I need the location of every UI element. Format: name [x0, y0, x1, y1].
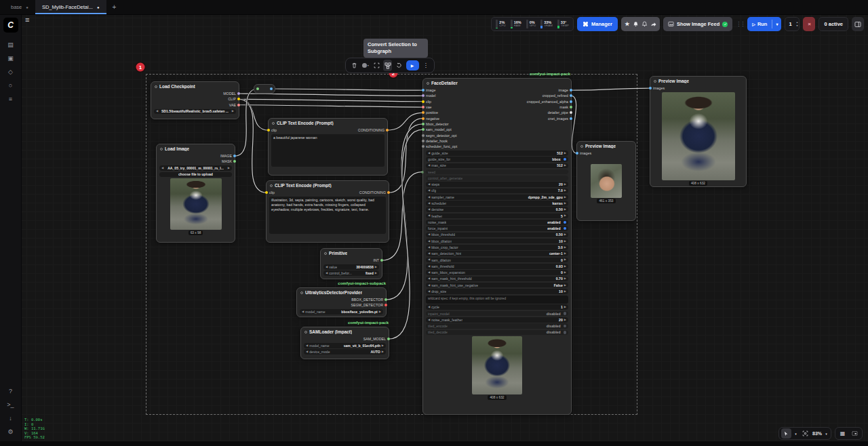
input-slot[interactable]: positive — [426, 110, 438, 115]
node-preview_top[interactable]: Preview Imageimages408 x 632 — [650, 76, 747, 187]
widget-combo[interactable]: ◀SD1.5\beautifulRealistic_brav5.safeten … — [154, 109, 236, 115]
prompt-textarea[interactable]: a beautiful japanese woman — [271, 134, 384, 167]
widget-seed[interactable]: seed — [426, 169, 568, 175]
output-slot[interactable]: CLIP — [228, 97, 236, 101]
widget-bbox_crop_factor[interactable]: ◀bbox_crop_factor3.0▶ — [426, 245, 568, 250]
widget-device_mode[interactable]: ◀device_modeAUTO▶ — [304, 349, 386, 354]
node-header[interactable]: Preview Image — [577, 142, 635, 150]
input-dot-images[interactable] — [649, 87, 652, 89]
node-header[interactable]: FaceDetailer — [423, 79, 571, 87]
value-left-arrow-icon[interactable]: ◀ — [428, 214, 430, 217]
widget-inpaint_model[interactable]: inpaint_modeldisabled — [426, 311, 568, 317]
value-right-arrow-icon[interactable]: ▶ — [564, 233, 566, 236]
widget-sam_threshold[interactable]: ◀sam_threshold0.93▶ — [426, 264, 568, 269]
value-right-arrow-icon[interactable]: ▶ — [564, 164, 566, 167]
stepper-arrows-icon[interactable]: ▴▾ — [797, 21, 798, 26]
output-slot[interactable]: MASK — [222, 159, 232, 163]
input-slot[interactable]: images — [580, 151, 591, 155]
output-slot[interactable]: cropped_enhanced_alpha — [527, 100, 568, 104]
node-header[interactable]: SAMLoader (Impact) — [301, 327, 389, 336]
input-slot[interactable]: image — [426, 88, 435, 92]
value-left-arrow-icon[interactable]: ◀ — [428, 265, 430, 268]
output-dot-cnet_images[interactable] — [570, 117, 572, 120]
output-slot[interactable]: VAE — [229, 103, 236, 107]
input-slot[interactable]: clip — [426, 100, 431, 104]
collapse-icon[interactable] — [654, 80, 656, 83]
value-right-arrow-icon[interactable]: ▶ — [564, 214, 566, 217]
value-left-arrow-icon[interactable]: ◀ — [428, 284, 430, 287]
node-header[interactable]: UltralyticsDetectorProvider — [297, 288, 386, 297]
widget-cfg[interactable]: ◀cfg7.0▶ — [426, 188, 568, 194]
input-dot-bbox_detector[interactable] — [422, 123, 425, 125]
frame-icon[interactable] — [372, 60, 381, 71]
pointer-tool-icon[interactable] — [781, 428, 791, 439]
input-dot-segm_detector_opt[interactable] — [422, 134, 425, 137]
output-slot[interactable]: BBOX_DETECTOR — [351, 298, 383, 302]
collapse-icon[interactable] — [580, 145, 583, 148]
combo-left-arrow-icon[interactable]: ◀ — [156, 110, 158, 113]
widget-sam_mask_hint_threshold[interactable]: ◀sam_mask_hint_threshold0.70▶ — [426, 277, 568, 282]
value-right-arrow-icon[interactable]: ▶ — [564, 306, 566, 308]
value-left-arrow-icon[interactable]: ◀ — [326, 272, 328, 275]
fit-view-icon[interactable] — [800, 428, 810, 439]
sidebar-nodes-icon[interactable]: ○ — [4, 80, 18, 91]
input-slot[interactable]: negative — [426, 117, 439, 121]
value-left-arrow-icon[interactable]: ◀ — [428, 246, 430, 249]
toggle-icon[interactable] — [564, 325, 567, 328]
execute-icon[interactable]: ▶ — [406, 60, 419, 70]
manager-button[interactable]: Manager — [577, 17, 618, 31]
output-slot[interactable]: cropped_refined — [542, 94, 568, 98]
combo-left-arrow-icon[interactable]: ◀ — [161, 167, 163, 169]
collapse-icon[interactable] — [427, 82, 429, 85]
bell-icon[interactable] — [632, 18, 640, 30]
widget-sam_mask_hint_use_negative[interactable]: ◀sam_mask_hint_use_negativeFalse▶ — [426, 283, 568, 288]
show-image-feed-button[interactable]: Show Image Feed — [663, 17, 732, 31]
node-reroute[interactable] — [254, 84, 275, 94]
value-right-arrow-icon[interactable]: ▶ — [564, 252, 566, 255]
sidebar-queue-icon[interactable]: ≡ — [4, 94, 18, 104]
output-slot[interactable]: CONDITIONING — [358, 128, 384, 132]
widget-steps[interactable]: ◀steps20▶ — [426, 182, 568, 187]
node-primitive[interactable]: PrimitiveINT◀value384009838▶◀control_bef… — [320, 248, 382, 279]
collapse-icon[interactable] — [270, 184, 273, 187]
toggle-icon[interactable] — [564, 312, 567, 315]
collapse-icon[interactable] — [324, 252, 327, 255]
node-facedetailer[interactable]: FaceDetailerimageimagemodelcropped_refin… — [422, 78, 572, 415]
output-slot[interactable]: cnet_images — [548, 117, 568, 121]
sidebar-terminal-icon[interactable]: >_ — [4, 399, 18, 410]
new-tab-button[interactable]: + — [106, 0, 123, 14]
combo-right-arrow-icon[interactable]: ▶ — [228, 167, 230, 169]
value-right-arrow-icon[interactable]: ▶ — [564, 290, 566, 293]
reroute-input-dot[interactable] — [256, 87, 259, 90]
node-clip_text_pos[interactable]: CLIP Text Encode (Prompt)clipCONDITIONIN… — [268, 118, 388, 176]
value-right-arrow-icon[interactable]: ▶ — [564, 284, 566, 287]
value-right-arrow-icon[interactable]: ▶ — [564, 196, 566, 199]
output-slot[interactable]: image — [559, 88, 568, 92]
widget-denoise[interactable]: ◀denoise0.50▶ — [426, 207, 568, 212]
share-icon[interactable] — [650, 18, 658, 30]
value-right-arrow-icon[interactable]: ▶ — [564, 152, 566, 155]
collapse-icon[interactable] — [160, 148, 163, 150]
value-right-arrow-icon[interactable]: ▶ — [564, 271, 566, 274]
collapse-icon[interactable] — [155, 85, 157, 88]
sidebar-settings-icon[interactable]: ⚙ — [4, 426, 18, 437]
node-header[interactable]: Load Image — [157, 144, 235, 153]
input-slot[interactable]: images — [653, 86, 665, 90]
sidebar-models-icon[interactable]: ◇ — [4, 66, 18, 77]
widget-control_after_generate[interactable]: control_after_generate — [426, 176, 568, 181]
value-left-arrow-icon[interactable]: ◀ — [428, 196, 430, 199]
input-dot-image[interactable] — [422, 89, 425, 92]
sidebar-workflows-icon[interactable]: ▤ — [4, 39, 18, 50]
value-right-arrow-icon[interactable]: ▶ — [564, 202, 566, 205]
output-slot[interactable]: detailer_pipe — [548, 110, 568, 115]
widget-control_befor...[interactable]: ◀control_befor...fixed▶ — [323, 270, 379, 276]
workflow-tab[interactable]: base● — [4, 0, 35, 14]
widget-guide_size[interactable]: ◀guide_size512▶ — [426, 150, 568, 156]
input-dot-clip[interactable] — [265, 191, 268, 194]
node-clip_text_neg[interactable]: CLIP Text Encode (Prompt)clipCONDITIONIN… — [266, 180, 389, 243]
workflow-tab[interactable]: SD_Mylib-FaceDetai...● — [35, 0, 106, 14]
value-right-arrow-icon[interactable]: ▶ — [564, 277, 566, 280]
value-right-arrow-icon[interactable]: ▶ — [375, 272, 377, 275]
widget-sam_detection_hint[interactable]: ◀sam_detection_hintcenter-1▶ — [426, 251, 568, 256]
delete-icon[interactable] — [350, 60, 359, 71]
